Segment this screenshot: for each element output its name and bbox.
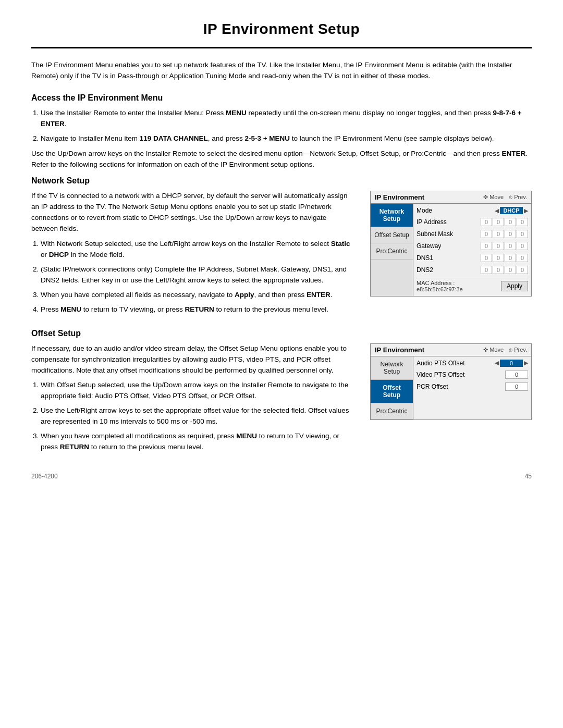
- access-step-1: Use the Installer Remote to enter the In…: [41, 108, 532, 130]
- mode-dhcp-value: DHCP: [500, 207, 523, 214]
- network-panel-title: IP Environment: [375, 193, 424, 201]
- offset-sidebar: Network Setup Offset Setup Pro:Centric: [371, 356, 413, 419]
- gateway-label: Gateway: [417, 242, 456, 250]
- network-panel-header: IP Environment ✜ Move ⎋ Prev.: [371, 191, 531, 204]
- title-divider: [31, 47, 532, 48]
- mac-value: e8:5b:5b:63:97:3e: [417, 286, 463, 292]
- page-title: IP Environment Setup: [31, 21, 532, 38]
- dns2-octet-1: 0: [481, 266, 492, 274]
- access-section-heading: Access the IP Environment Menu: [31, 93, 532, 103]
- network-step-3: When you have completed all fields as ne…: [41, 290, 354, 301]
- access-followup: Use the Up/Down arrow keys on the Instal…: [31, 149, 532, 170]
- apply-button[interactable]: Apply: [501, 281, 528, 291]
- subnet-octet-3: 0: [505, 230, 516, 238]
- offset-sidebar-pro-centric[interactable]: Pro:Centric: [371, 403, 413, 419]
- network-ip-panel: IP Environment ✜ Move ⎋ Prev. Network Se…: [370, 191, 532, 297]
- network-step-1: With Network Setup selected, use the Lef…: [41, 239, 354, 261]
- offset-panel-body: Network Setup Offset Setup Pro:Centric A…: [371, 356, 531, 419]
- network-sidebar: Network Setup Offset Setup Pro:Centric: [371, 204, 413, 296]
- offset-ip-panel: IP Environment ✜ Move ⎋ Prev. Network Se…: [370, 343, 532, 420]
- audio-pts-label: Audio PTS Offset: [417, 360, 465, 367]
- sidebar-item-offset-setup[interactable]: Offset Setup: [371, 227, 413, 243]
- dns1-octet-2: 0: [493, 254, 504, 262]
- subnet-octet-1: 0: [481, 230, 492, 238]
- dns2-octet-4: 0: [517, 266, 528, 274]
- offset-panel-nav-hints: ✜ Move ⎋ Prev.: [483, 347, 527, 353]
- offset-intro: If necessary, due to an audio and/or vid…: [31, 343, 354, 376]
- offset-panel-col: IP Environment ✜ Move ⎋ Prev. Network Se…: [370, 343, 532, 457]
- sidebar-item-network-setup[interactable]: Network Setup: [371, 204, 413, 227]
- offset-step-1: With Offset Setup selected, use the Up/D…: [41, 380, 354, 402]
- gateway-octet-1: 0: [481, 242, 492, 250]
- access-section-body: Use the Installer Remote to enter the In…: [31, 108, 532, 170]
- subnet-octet-4: 0: [517, 230, 528, 238]
- network-step-2: (Static IP/network connections only) Com…: [41, 264, 354, 286]
- dns1-octet-1: 0: [481, 254, 492, 262]
- audio-pts-value: ◀ 0 ▶: [495, 360, 528, 367]
- offset-move-icon: ✜ Move: [483, 347, 504, 353]
- dns2-octet-3: 0: [505, 266, 516, 274]
- offset-content: Audio PTS Offset ◀ 0 ▶ Video PTS Offset: [413, 356, 531, 419]
- offset-prev-icon: ⎋ Prev.: [509, 347, 527, 353]
- ip-octet-2: 0: [493, 218, 504, 226]
- mode-left-arrow[interactable]: ◀: [495, 207, 499, 214]
- subnet-mask-label: Subnet Mask: [417, 230, 456, 238]
- audio-pts-box: 0: [500, 360, 523, 367]
- dns1-octet-3: 0: [505, 254, 516, 262]
- ip-address-label: IP Address: [417, 218, 456, 226]
- offset-sidebar-network-setup[interactable]: Network Setup: [371, 356, 413, 380]
- network-content: Mode ◀ DHCP ▶ IP Address 0: [413, 204, 531, 296]
- gateway-row: Gateway 0 0 0 0: [417, 241, 528, 251]
- network-section-heading: Network Setup: [31, 176, 532, 186]
- dns2-value: 0 0 0 0: [481, 266, 528, 274]
- pcr-offset-box: 0: [505, 382, 528, 391]
- gateway-octet-2: 0: [493, 242, 504, 250]
- dns2-octet-2: 0: [493, 266, 504, 274]
- gateway-value: 0 0 0 0: [481, 242, 528, 250]
- network-section: If the TV is connected to a network with…: [31, 191, 532, 319]
- audio-pts-left-arrow[interactable]: ◀: [495, 360, 499, 366]
- ip-address-value: 0 0 0 0: [481, 218, 528, 226]
- ip-octet-1: 0: [481, 218, 492, 226]
- move-icon: ✜ Move: [483, 194, 504, 201]
- network-step-4: Press MENU to return to TV viewing, or p…: [41, 304, 354, 315]
- page-number: 45: [525, 473, 532, 480]
- dns1-value: 0 0 0 0: [481, 254, 528, 262]
- offset-panel-title: IP Environment: [375, 346, 424, 354]
- mode-label: Mode: [417, 207, 456, 214]
- network-panel-nav-hints: ✜ Move ⎋ Prev.: [483, 194, 527, 201]
- network-panel-col: IP Environment ✜ Move ⎋ Prev. Network Se…: [370, 191, 532, 319]
- dns2-label: DNS2: [417, 266, 456, 274]
- ip-address-row: IP Address 0 0 0 0: [417, 217, 528, 227]
- offset-step-3: When you have completed all modification…: [41, 431, 354, 453]
- intro-text: The IP Environment Menu enables you to s…: [31, 60, 532, 82]
- audio-pts-right-arrow[interactable]: ▶: [524, 360, 528, 366]
- network-text-col: If the TV is connected to a network with…: [31, 191, 354, 319]
- mode-right-arrow[interactable]: ▶: [524, 207, 528, 214]
- offset-step-2: Use the Left/Right arrow keys to set the…: [41, 405, 354, 427]
- subnet-octet-2: 0: [493, 230, 504, 238]
- offset-panel-header: IP Environment ✜ Move ⎋ Prev.: [371, 344, 531, 356]
- ip-octet-3: 0: [505, 218, 516, 226]
- sidebar-item-pro-centric[interactable]: Pro:Centric: [371, 243, 413, 260]
- gateway-octet-3: 0: [505, 242, 516, 250]
- subnet-mask-row: Subnet Mask 0 0 0 0: [417, 229, 528, 239]
- network-panel-body: Network Setup Offset Setup Pro:Centric M…: [371, 204, 531, 296]
- gateway-octet-4: 0: [517, 242, 528, 250]
- offset-sidebar-offset-setup[interactable]: Offset Setup: [371, 380, 413, 403]
- mode-value: ◀ DHCP ▶: [495, 207, 528, 214]
- bottom-bar: 206-4200 45: [31, 473, 532, 480]
- pcr-offset-label: PCR Offset: [417, 383, 456, 390]
- dns1-row: DNS1 0 0 0 0: [417, 253, 528, 263]
- dns2-row: DNS2 0 0 0 0: [417, 265, 528, 275]
- offset-section: If necessary, due to an audio and/or vid…: [31, 343, 532, 457]
- access-step-2: Navigate to Installer Menu item 119 DATA…: [41, 133, 532, 144]
- dns1-octet-4: 0: [517, 254, 528, 262]
- subnet-mask-value: 0 0 0 0: [481, 230, 528, 238]
- offset-section-heading: Offset Setup: [31, 329, 532, 338]
- prev-icon: ⎋ Prev.: [509, 194, 527, 201]
- mac-row: MAC Address : e8:5b:5b:63:97:3e Apply: [417, 278, 528, 294]
- audio-pts-row: Audio PTS Offset ◀ 0 ▶: [417, 359, 528, 368]
- video-pts-row: Video PTS Offset 0: [417, 369, 528, 380]
- document-number: 206-4200: [31, 473, 58, 480]
